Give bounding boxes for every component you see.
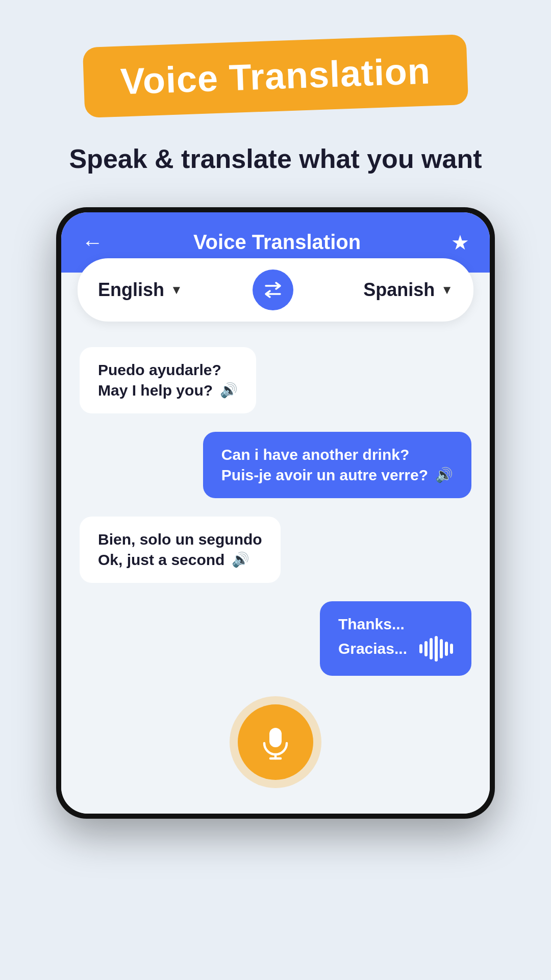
favorite-star-icon[interactable]: ★ <box>451 231 469 254</box>
phone-bottom <box>61 676 490 814</box>
bubble-1-line1: Puedo ayudarle? <box>98 361 238 379</box>
swap-icon <box>262 279 284 301</box>
target-language-label: Spanish <box>363 279 435 301</box>
bubble-3-line1: Bien, solo un segundo <box>98 531 262 548</box>
bubble-4-line1: Thanks... <box>338 616 453 633</box>
message-bubble-3: Bien, solo un segundo Ok, just a second … <box>80 517 281 583</box>
title-badge: Voice Translation <box>83 34 468 118</box>
bubble-1-line2: May I help you? 🔊 <box>98 382 238 399</box>
source-language-select[interactable]: English ▼ <box>98 279 183 301</box>
language-switcher: English ▼ Spanish ▼ <box>78 258 473 322</box>
message-bubble-1: Puedo ayudarle? May I help you? 🔊 <box>80 347 256 413</box>
back-button[interactable]: ← <box>82 232 103 253</box>
bubble-2-line2: Puis-je avoir un autre verre? 🔊 <box>221 467 453 484</box>
target-dropdown-arrow-icon: ▼ <box>441 283 453 297</box>
microphone-icon <box>257 724 294 761</box>
speaker-icon-2[interactable]: 🔊 <box>435 467 453 483</box>
waveform-icon <box>419 636 453 662</box>
mic-outer-ring <box>230 696 321 788</box>
message-bubble-4: Thanks... Gracias... <box>320 601 471 676</box>
chat-area: Puedo ayudarle? May I help you? 🔊 Can i … <box>61 322 490 676</box>
source-language-label: English <box>98 279 164 301</box>
svg-rect-0 <box>269 728 282 747</box>
speaker-icon-1[interactable]: 🔊 <box>220 382 238 399</box>
mic-button[interactable] <box>238 704 313 780</box>
phone-frame: ← Voice Translation ★ English ▼ Spanish … <box>56 207 495 819</box>
phone-inner: ← Voice Translation ★ English ▼ Spanish … <box>61 212 490 814</box>
message-bubble-2: Can i have another drink? Puis-je avoir … <box>203 432 471 498</box>
swap-languages-button[interactable] <box>253 270 293 310</box>
subtitle: Speak & translate what you want <box>69 142 482 177</box>
source-dropdown-arrow-icon: ▼ <box>170 283 183 297</box>
bubble-3-line2: Ok, just a second 🔊 <box>98 551 262 569</box>
speaker-icon-3[interactable]: 🔊 <box>232 551 249 568</box>
title-badge-text: Voice Translation <box>120 50 431 102</box>
app-title: Voice Translation <box>193 231 361 254</box>
target-language-select[interactable]: Spanish ▼ <box>363 279 453 301</box>
bubble-2-line1: Can i have another drink? <box>221 446 453 463</box>
bubble-4-line2: Gracias... <box>338 636 453 662</box>
